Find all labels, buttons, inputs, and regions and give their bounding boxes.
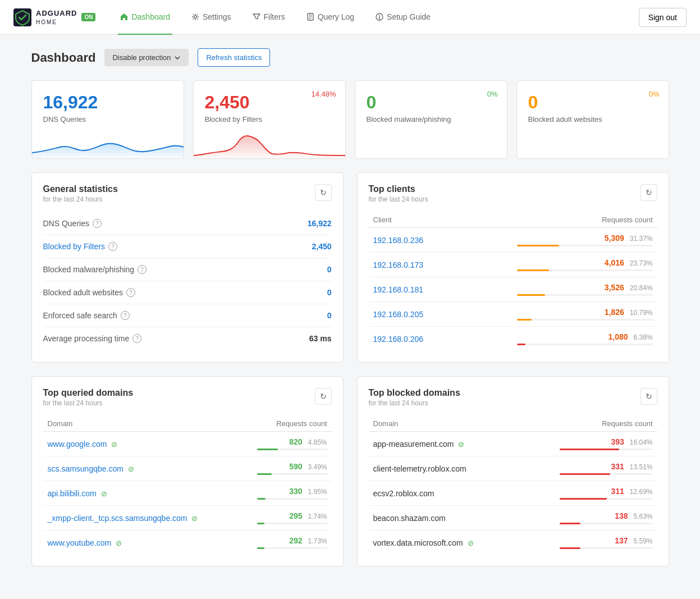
count-value: 1,826 xyxy=(605,308,624,317)
bar-container xyxy=(517,294,653,296)
domain-link[interactable]: _xmpp-client._tcp.scs.samsungqbe.com xyxy=(48,514,187,523)
count-pct: 13.51% xyxy=(630,463,653,471)
client-cell: 192.168.0.205 xyxy=(369,302,513,327)
bar-fill xyxy=(257,473,272,475)
domain-link[interactable]: www.youtube.com xyxy=(48,538,112,547)
domain-link[interactable]: www.google.com xyxy=(48,440,107,449)
blocked-table-body: app-measurement.com ⊘ 393 16.04% client-… xyxy=(369,432,657,555)
disable-protection-button[interactable]: Disable protection xyxy=(104,49,189,66)
bar-container xyxy=(517,344,653,345)
general-stats-title: General statistics xyxy=(43,184,118,194)
general-stats-header: General statistics for the last 24 hours… xyxy=(43,184,332,203)
count-value: 590 xyxy=(289,462,302,471)
bar-fill xyxy=(560,547,580,549)
count-cell: 4,016 23.73% xyxy=(513,253,657,277)
help-icon-safe: ? xyxy=(121,311,130,320)
page-title: Dashboard xyxy=(31,51,96,65)
clients-col-requests: Requests count xyxy=(513,212,657,228)
count-pct: 5.63% xyxy=(633,513,652,520)
domain-text: vortex.data.microsoft.com xyxy=(373,538,463,547)
unblock-icon[interactable]: ⊘ xyxy=(128,465,134,473)
count-value: 311 xyxy=(611,487,624,496)
client-link[interactable]: 192.168.0.205 xyxy=(373,310,424,319)
bar-fill xyxy=(257,498,266,500)
domain-cell: www.youtube.com ⊘ xyxy=(43,531,253,555)
client-row: 192.168.0.205 1,826 10.79% xyxy=(369,302,657,327)
count-cell: 1,080 6.38% xyxy=(513,327,657,351)
stats-avg-value: 63 ms xyxy=(309,334,332,343)
count-pct: 20.84% xyxy=(630,284,653,292)
unblock-icon[interactable]: ⊘ xyxy=(111,440,117,449)
domain-text: client-telemetry.roblox.com xyxy=(373,464,466,473)
client-link[interactable]: 192.168.0.181 xyxy=(373,285,424,294)
adult-label: Blocked adult websites xyxy=(528,115,657,124)
client-link[interactable]: 192.168.0.206 xyxy=(373,335,424,344)
nav-settings[interactable]: Settings xyxy=(189,0,234,35)
page-content: Dashboard Disable protection Refresh sta… xyxy=(13,35,687,593)
queried-row: www.google.com ⊘ 820 4.85% xyxy=(43,432,332,456)
client-row: 192.168.0.236 5,309 31.37% xyxy=(369,228,657,253)
count-pct: 23.73% xyxy=(630,259,653,267)
unblock-icon[interactable]: ⊘ xyxy=(116,539,122,547)
unblock-icon[interactable]: ⊘ xyxy=(191,514,198,523)
bar-container xyxy=(257,473,327,475)
nav-dashboard[interactable]: Dashboard xyxy=(118,0,172,35)
client-link[interactable]: 192.168.0.236 xyxy=(373,236,424,245)
queried-row: scs.samsungqbe.com ⊘ 590 3.49% xyxy=(43,456,332,481)
stat-card-adult: 0% 0 Blocked adult websites xyxy=(516,80,669,159)
help-icon-avg: ? xyxy=(132,334,141,343)
count-value: 137 xyxy=(615,536,628,545)
navbar: ADGUARDHOME ON Dashboard Settings Filter… xyxy=(0,0,700,35)
general-stats-refresh-button[interactable]: ↻ xyxy=(315,184,332,201)
count-pct: 16.04% xyxy=(630,438,653,446)
stats-adult-value: 0 xyxy=(327,288,332,297)
bar-container xyxy=(560,523,652,524)
queried-table-body: www.google.com ⊘ 820 4.85% scs.samsungqb… xyxy=(43,432,332,555)
nav-query-log[interactable]: Query Log xyxy=(304,0,356,35)
count-cell: 295 1.74% xyxy=(253,506,331,531)
blocked-filters-link[interactable]: Blocked by Filters xyxy=(43,242,105,251)
bar-container xyxy=(517,245,653,246)
client-link[interactable]: 192.168.0.173 xyxy=(373,260,424,269)
top-clients-header: Top clients for the last 24 hours ↻ xyxy=(369,184,657,203)
blocked-row: vortex.data.microsoft.com ⊘ 137 5.59% xyxy=(369,531,657,555)
stat-card-dns: 16,922 DNS Queries xyxy=(31,80,184,159)
info-icon xyxy=(376,13,383,21)
general-stats-table: DNS Queries ? 16,922 Blocked by Filters … xyxy=(43,212,332,350)
stats-row-blocked: Blocked by Filters ? 2,450 xyxy=(43,235,332,258)
bar-fill xyxy=(560,523,580,524)
status-badge: ON xyxy=(81,13,95,21)
domain-link[interactable]: api.bilibili.com xyxy=(48,489,97,498)
count-value: 331 xyxy=(611,462,624,471)
bar-container xyxy=(517,269,653,271)
client-cell: 192.168.0.181 xyxy=(369,277,513,302)
blocked-label: Blocked by Filters xyxy=(205,115,334,124)
top-queried-table: Domain Requests count www.google.com ⊘ 8… xyxy=(43,416,332,555)
count-value: 138 xyxy=(615,511,628,520)
page-header: Dashboard Disable protection Refresh sta… xyxy=(31,48,669,67)
help-icon-dns: ? xyxy=(93,219,102,228)
stat-card-malware: 0% 0 Blocked malware/phishing xyxy=(355,80,507,159)
svg-point-1 xyxy=(194,15,196,18)
nav-setup-guide[interactable]: Setup Guide xyxy=(373,0,433,35)
domain-text: beacon.shazam.com xyxy=(373,514,446,523)
top-blocked-refresh-button[interactable]: ↻ xyxy=(640,388,657,405)
count-cell: 138 5.63% xyxy=(555,506,657,531)
unblock-icon[interactable]: ⊘ xyxy=(468,539,474,547)
bar-container xyxy=(257,547,327,549)
stats-row-safesearch: Enforced safe search ? 0 xyxy=(43,304,332,327)
domain-link[interactable]: scs.samsungqbe.com xyxy=(48,464,123,473)
count-cell: 330 1.95% xyxy=(253,481,331,506)
top-blocked-table: Domain Requests count app-measurement.co… xyxy=(369,416,657,555)
count-value: 1,080 xyxy=(609,332,628,341)
top-clients-refresh-button[interactable]: ↻ xyxy=(640,184,657,201)
unblock-icon[interactable]: ⊘ xyxy=(101,490,107,498)
top-queried-refresh-button[interactable]: ↻ xyxy=(315,388,332,405)
domain-cell: client-telemetry.roblox.com xyxy=(369,456,556,481)
nav-filters[interactable]: Filters xyxy=(250,0,287,35)
unblock-icon[interactable]: ⊘ xyxy=(458,440,464,449)
signout-button[interactable]: Sign out xyxy=(639,8,687,27)
refresh-statistics-button[interactable]: Refresh statistics xyxy=(198,48,270,67)
domain-cell: ecsv2.roblox.com xyxy=(369,481,556,506)
count-pct: 4.85% xyxy=(308,438,327,446)
